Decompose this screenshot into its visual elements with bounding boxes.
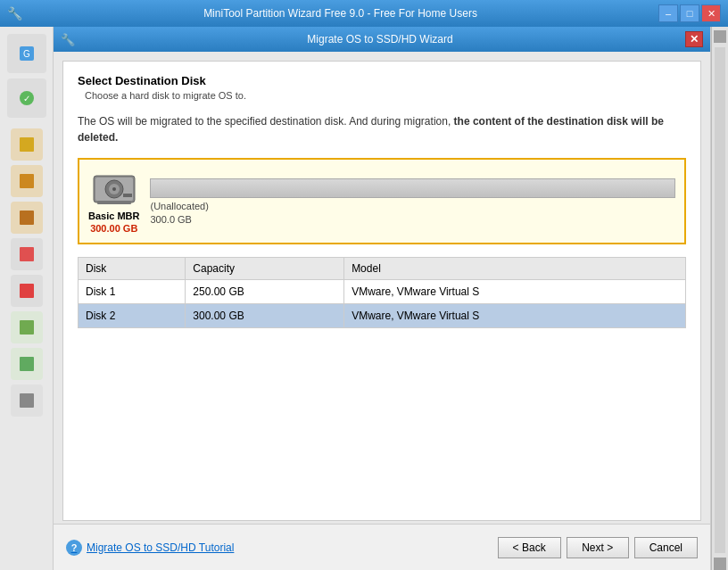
col-header-disk: Disk xyxy=(79,258,186,280)
disk-icon-container: Basic MBR 300.00 GB xyxy=(88,169,139,234)
step-title: Select Destination Disk xyxy=(78,74,686,87)
svg-rect-9 xyxy=(20,320,34,335)
dialog-title: Migrate OS to SSD/HD Wizard xyxy=(75,33,685,45)
svg-rect-18 xyxy=(97,201,131,204)
svg-point-16 xyxy=(112,187,116,191)
tutorial-link[interactable]: ? Migrate OS to SSD/HD Tutorial xyxy=(66,540,234,556)
disk-preview-label: Basic MBR xyxy=(88,211,139,221)
col-header-capacity: Capacity xyxy=(186,258,344,280)
next-button[interactable]: Next > xyxy=(567,537,629,558)
disk-capacity-label: 300.0 GB xyxy=(150,214,675,225)
sidebar-item-6[interactable] xyxy=(11,311,43,343)
cell-model-0: VMware, VMware Virtual S xyxy=(344,280,686,304)
dialog-bottom-bar: ? Migrate OS to SSD/HD Tutorial < Back N… xyxy=(54,524,710,570)
cell-model-1: VMware, VMware Virtual S xyxy=(344,304,686,328)
svg-rect-6 xyxy=(20,211,34,225)
dialog-content-panel: Select Destination Disk Choose a hard di… xyxy=(62,61,701,521)
window-controls: – □ ✕ xyxy=(658,4,721,22)
warning-text: The OS will be migrated to the specified… xyxy=(78,113,686,145)
scroll-up-arrow[interactable] xyxy=(714,30,726,43)
disk-preview-box: Basic MBR 300.00 GB (Unallocated) 300.0 … xyxy=(78,158,686,244)
disk-selection-table: Disk Capacity Model Disk 1250.00 GBVMwar… xyxy=(78,257,686,328)
sidebar-item-apply[interactable]: ✓ xyxy=(7,78,46,118)
svg-rect-8 xyxy=(20,284,34,298)
help-icon: ? xyxy=(66,540,82,556)
dialog-title-bar: 🔧 Migrate OS to SSD/HD Wizard ✕ xyxy=(54,27,710,52)
svg-rect-17 xyxy=(123,194,132,197)
cell-disk-0: Disk 1 xyxy=(79,280,186,304)
main-title-bar: 🔧 MiniTool Partition Wizard Free 9.0 - F… xyxy=(0,0,728,27)
sidebar-item-4[interactable] xyxy=(11,238,43,270)
sidebar-item-7[interactable] xyxy=(11,348,43,380)
step-subtitle: Choose a hard disk to migrate OS to. xyxy=(85,90,686,101)
sidebar-item-3[interactable] xyxy=(11,202,43,234)
cell-disk-1: Disk 2 xyxy=(79,304,186,328)
main-close-button[interactable]: ✕ xyxy=(701,4,721,22)
main-window-title: MiniTool Partition Wizard Free 9.0 - Fre… xyxy=(22,7,658,20)
cancel-button[interactable]: Cancel xyxy=(634,537,698,558)
right-sidebar xyxy=(710,27,728,570)
disk-partition-bar xyxy=(150,178,675,198)
table-row[interactable]: Disk 2300.00 GBVMware, VMware Virtual S xyxy=(79,304,686,328)
maximize-button[interactable]: □ xyxy=(680,4,699,22)
sidebar-item-general[interactable]: G xyxy=(7,34,46,73)
minimize-button[interactable]: – xyxy=(658,4,678,22)
svg-rect-7 xyxy=(20,247,34,261)
svg-rect-4 xyxy=(20,137,34,152)
table-header-row: Disk Capacity Model xyxy=(79,258,686,280)
svg-rect-5 xyxy=(20,174,34,188)
sidebar-item-2[interactable] xyxy=(11,165,43,197)
cell-capacity-1: 300.00 GB xyxy=(186,304,344,328)
tutorial-link-text: Migrate OS to SSD/HD Tutorial xyxy=(87,541,234,554)
sidebar-item-5[interactable] xyxy=(11,275,43,307)
svg-text:✓: ✓ xyxy=(23,94,30,103)
disk-preview-size: 300.00 GB xyxy=(90,223,137,234)
disk-icon xyxy=(92,169,136,209)
dialog-icon: 🔧 xyxy=(61,33,75,46)
col-header-model: Model xyxy=(344,258,686,280)
app-icon: 🔧 xyxy=(7,6,22,21)
left-sidebar: G ✓ xyxy=(0,27,54,570)
dialog-background: 🔧 Migrate OS to SSD/HD Wizard ✕ Select D… xyxy=(54,27,710,570)
dialog-close-button[interactable]: ✕ xyxy=(685,31,703,47)
scroll-down-arrow[interactable] xyxy=(714,558,726,570)
table-row[interactable]: Disk 1250.00 GBVMware, VMware Virtual S xyxy=(79,280,686,304)
warning-normal: The OS will be migrated to the specified… xyxy=(78,115,451,128)
main-window: 🔧 MiniTool Partition Wizard Free 9.0 - F… xyxy=(0,0,728,570)
back-button[interactable]: < Back xyxy=(498,537,561,558)
svg-text:G: G xyxy=(23,49,30,59)
svg-rect-11 xyxy=(20,393,34,408)
cell-capacity-0: 250.00 GB xyxy=(186,280,344,304)
disk-bar-area: (Unallocated) 300.0 GB xyxy=(150,178,675,225)
disk-unalloc-label: (Unallocated) xyxy=(150,201,675,211)
navigation-buttons: < Back Next > Cancel xyxy=(498,537,698,558)
sidebar-item-1[interactable] xyxy=(11,128,43,161)
svg-rect-10 xyxy=(20,357,34,371)
scrollbar-track xyxy=(715,47,725,553)
step-header: Select Destination Disk Choose a hard di… xyxy=(78,74,686,101)
disk-bar-fill xyxy=(151,179,674,197)
sidebar-item-8[interactable] xyxy=(11,384,43,417)
